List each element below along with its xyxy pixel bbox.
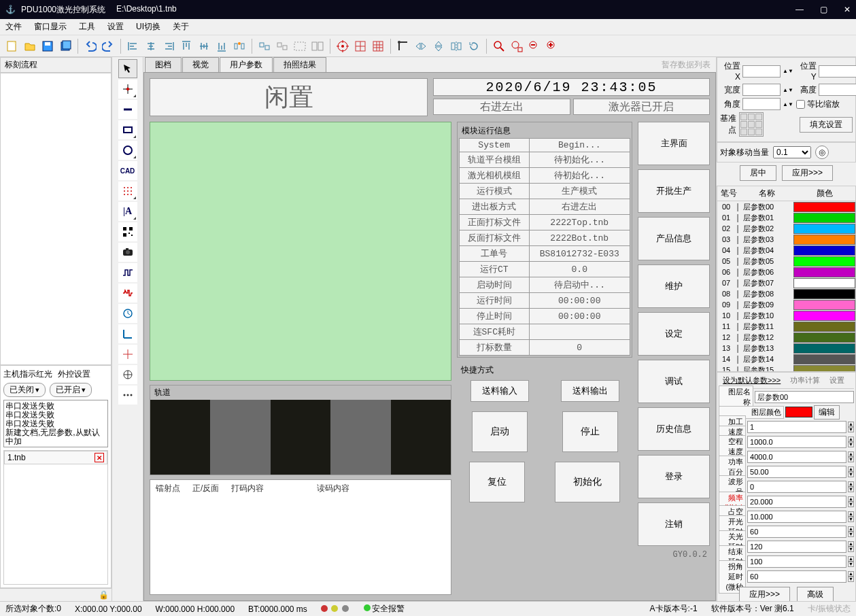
layer-row[interactable]: 14|层参数14 <box>717 354 855 364</box>
power-input[interactable] <box>747 466 846 478</box>
posy-input[interactable] <box>819 65 856 78</box>
save-icon[interactable] <box>39 38 56 54</box>
ungroup-icon[interactable] <box>274 38 290 54</box>
saveall-icon[interactable] <box>57 38 73 54</box>
layer-row[interactable]: 12|层参数12 <box>717 332 855 343</box>
layer-row[interactable]: 13|层参数13 <box>717 343 855 354</box>
init-button[interactable]: 初始化 <box>555 462 620 502</box>
tab-doc[interactable]: 图档 <box>145 57 182 72</box>
node-icon[interactable] <box>118 80 137 99</box>
undo-icon[interactable] <box>82 38 99 54</box>
width-input[interactable] <box>742 84 781 96</box>
menu-about[interactable]: 关于 <box>173 21 189 33</box>
new-icon[interactable] <box>4 38 20 54</box>
layer-row[interactable]: 10|层参数10 <box>717 310 855 321</box>
file-item[interactable]: 1.tnb ✕ <box>4 451 107 464</box>
tab-userparam[interactable]: 用户参数 <box>220 57 273 72</box>
mirror-icon[interactable] <box>448 38 464 54</box>
zoom-fit-icon[interactable] <box>509 38 525 54</box>
crosshair-icon[interactable] <box>118 345 137 364</box>
cad-icon[interactable]: CAD <box>118 161 137 180</box>
ondelay-input[interactable] <box>747 526 846 538</box>
circle-icon[interactable] <box>118 141 137 160</box>
feed-in-button[interactable]: 送料输入 <box>470 380 529 402</box>
combine-icon[interactable] <box>292 38 308 54</box>
nav-login[interactable]: 登录 <box>638 455 710 498</box>
origin-icon[interactable] <box>118 365 137 384</box>
corner-input[interactable] <box>747 570 846 583</box>
layer-row[interactable]: 05|层参数05 <box>717 256 855 267</box>
nav-history[interactable]: 历史信息 <box>638 407 710 451</box>
apply-pos-button[interactable]: 应用>>> <box>782 165 833 181</box>
maximize-icon[interactable]: ▢ <box>820 5 827 14</box>
height-input[interactable] <box>819 84 856 96</box>
travel-input[interactable] <box>747 451 846 463</box>
advanced-button[interactable]: 高级 <box>797 587 834 602</box>
menu-settings[interactable]: 设置 <box>107 21 124 33</box>
layer-row[interactable]: 03|层参数03 <box>717 234 855 245</box>
line-icon[interactable] <box>118 100 137 119</box>
open-icon[interactable] <box>22 38 38 54</box>
duty-input[interactable] <box>747 511 846 523</box>
break-icon[interactable] <box>309 38 326 54</box>
rotate-icon[interactable] <box>466 38 482 54</box>
edit-color-button[interactable]: 编辑 <box>814 405 840 420</box>
text-icon[interactable]: |A <box>118 202 137 221</box>
align-bottom-icon[interactable] <box>213 38 230 54</box>
nav-product[interactable]: 产品信息 <box>638 217 710 260</box>
menu-tools[interactable]: 工具 <box>79 21 95 33</box>
fill-settings-button[interactable]: 填充设置 <box>800 117 853 133</box>
layer-row[interactable]: 08|层参数08 <box>717 288 855 299</box>
start-button[interactable]: 启动 <box>472 411 528 452</box>
nav-maint[interactable]: 维护 <box>638 264 710 308</box>
reset-button[interactable]: 复位 <box>469 462 525 502</box>
grid2-icon[interactable] <box>370 38 386 54</box>
clock-icon[interactable] <box>118 304 137 323</box>
align-right-icon[interactable] <box>160 38 177 54</box>
angle-icon[interactable] <box>118 324 137 343</box>
nav-batch[interactable]: 开批生产 <box>638 169 710 213</box>
count-input[interactable] <box>747 421 846 433</box>
menu-file[interactable]: 文件 <box>5 21 22 33</box>
layer-row[interactable]: 00|层参数00 <box>717 201 855 212</box>
apply-param-button[interactable]: 应用>>> <box>739 587 790 602</box>
enddelay-input[interactable] <box>747 555 846 568</box>
tab-vision[interactable]: 视觉 <box>182 57 219 72</box>
align-center-v-icon[interactable] <box>143 38 159 54</box>
feed-out-button[interactable]: 送料输出 <box>561 380 619 402</box>
distribute-icon[interactable] <box>231 38 247 54</box>
nav-logout[interactable]: 注销 <box>638 502 710 546</box>
layer-row[interactable]: 01|层参数01 <box>717 212 855 223</box>
nav-main[interactable]: 主界面 <box>638 122 710 165</box>
group-icon[interactable] <box>256 38 273 54</box>
grid1-icon[interactable] <box>352 38 369 54</box>
align-left-icon[interactable] <box>125 38 141 54</box>
camera-icon[interactable] <box>118 243 137 262</box>
layer-row[interactable]: 09|层参数09 <box>717 299 855 310</box>
offdelay-input[interactable] <box>747 541 846 553</box>
flip-v-icon[interactable] <box>430 38 447 54</box>
more-icon[interactable] <box>118 386 137 405</box>
corner-icon[interactable] <box>395 38 411 54</box>
redlight-on-button[interactable]: 已开启 ▾ <box>50 383 92 397</box>
layer-row[interactable]: 11|层参数11 <box>717 321 855 332</box>
pulse-icon[interactable] <box>118 263 137 282</box>
nav-settings[interactable]: 设定 <box>638 312 710 356</box>
rect-icon[interactable] <box>118 120 137 139</box>
layer-row[interactable]: 15|层参数15 <box>717 364 855 371</box>
align-middle-icon[interactable] <box>196 38 212 54</box>
nav-debug[interactable]: 调试 <box>638 360 710 403</box>
speed-input[interactable] <box>747 436 846 448</box>
close-icon[interactable]: ✕ <box>844 5 851 14</box>
freq-input[interactable] <box>747 496 846 508</box>
layer-name-input[interactable] <box>755 391 854 403</box>
layer-row[interactable]: 07|层参数07 <box>717 277 855 288</box>
zoom-icon[interactable] <box>491 38 507 54</box>
ratio-checkbox[interactable] <box>796 100 805 109</box>
layer-list[interactable]: 00|层参数0001|层参数0102|层参数0203|层参数0304|层参数04… <box>717 201 855 371</box>
target-icon[interactable] <box>335 38 351 54</box>
align-top-icon[interactable] <box>178 38 194 54</box>
save-data-list[interactable]: 暂存数据列表 <box>656 58 716 72</box>
layer-row[interactable]: 02|层参数02 <box>717 223 855 234</box>
angle-input[interactable] <box>742 98 781 110</box>
